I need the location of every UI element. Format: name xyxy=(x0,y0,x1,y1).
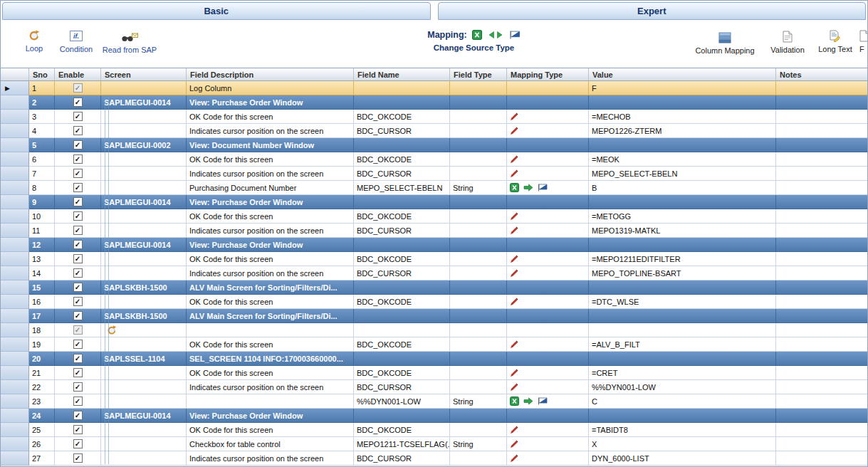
field-description-cell[interactable]: Log Column xyxy=(187,81,354,95)
field-name-cell[interactable] xyxy=(354,81,450,95)
mapping-type-cell[interactable] xyxy=(507,224,589,238)
field-type-cell[interactable] xyxy=(450,81,507,95)
row-selector[interactable] xyxy=(1,252,29,266)
mapping-type-cell[interactable] xyxy=(507,280,589,295)
column-header-enable[interactable]: Enable xyxy=(55,68,101,81)
enable-checkbox[interactable]: ✓ xyxy=(73,368,83,377)
sno-cell[interactable]: 4 xyxy=(29,124,55,138)
enable-checkbox[interactable]: ✓ xyxy=(73,83,83,93)
screen-cell[interactable] xyxy=(101,437,187,451)
field-type-cell[interactable] xyxy=(450,323,507,337)
field-name-cell[interactable] xyxy=(354,309,450,323)
mapping-type-cell[interactable] xyxy=(507,437,589,451)
sno-cell[interactable]: 14 xyxy=(29,266,55,280)
notes-cell[interactable] xyxy=(776,181,868,195)
field-description-cell[interactable]: Indicates cursor position on the screen xyxy=(187,266,354,280)
notes-cell[interactable] xyxy=(776,167,868,181)
field-name-cell[interactable] xyxy=(354,138,450,152)
field-name-cell[interactable]: MEPO1211-TCSELFLAG(... xyxy=(354,437,450,451)
mapping-type-cell[interactable] xyxy=(507,380,589,394)
row-selector[interactable] xyxy=(1,167,29,181)
row-selector[interactable] xyxy=(1,124,29,138)
field-name-cell[interactable]: MEPO_SELECT-EBELN xyxy=(354,181,450,195)
mapping-type-cell[interactable] xyxy=(507,152,589,167)
field-type-cell[interactable] xyxy=(450,451,507,466)
field-name-cell[interactable]: BDC_CURSOR xyxy=(354,266,450,280)
flag-icon[interactable] xyxy=(509,31,521,39)
field-name-cell[interactable]: BDC_OKCODE xyxy=(354,152,450,167)
field-description-cell[interactable]: View: Purchase Order Window xyxy=(187,238,354,252)
field-name-cell[interactable] xyxy=(354,95,450,110)
field-description-cell[interactable]: SEL_SCREEN 1104 INFO:170003660000... xyxy=(187,352,354,366)
sno-cell[interactable]: 8 xyxy=(29,181,55,195)
field-type-cell[interactable] xyxy=(450,337,507,352)
enable-checkbox[interactable]: ✓ xyxy=(73,126,83,135)
notes-cell[interactable] xyxy=(776,252,868,266)
row-selector[interactable] xyxy=(1,95,29,110)
notes-cell[interactable] xyxy=(776,380,868,394)
sno-cell[interactable]: 24 xyxy=(29,409,55,423)
enable-checkbox[interactable]: ✓ xyxy=(73,283,83,292)
value-cell[interactable]: =ALV_B_FILT xyxy=(589,337,776,352)
enable-checkbox[interactable]: ✓ xyxy=(73,425,83,434)
mapping-type-cell[interactable] xyxy=(507,124,589,138)
mapping-type-cell[interactable] xyxy=(507,295,589,309)
enable-checkbox[interactable]: ✓ xyxy=(73,382,83,392)
sno-cell[interactable]: 20 xyxy=(29,352,55,366)
field-type-cell[interactable] xyxy=(450,352,507,366)
field-name-cell[interactable]: BDC_OKCODE xyxy=(354,110,450,124)
mapping-type-cell[interactable] xyxy=(507,309,589,323)
sno-cell[interactable]: 3 xyxy=(29,110,55,124)
field-name-cell[interactable]: BDC_OKCODE xyxy=(354,209,450,224)
row-selector[interactable] xyxy=(1,409,29,423)
enable-checkbox[interactable]: ✓ xyxy=(73,254,83,263)
sno-cell[interactable]: 1 xyxy=(29,81,55,95)
row-selector[interactable] xyxy=(1,280,29,295)
notes-cell[interactable] xyxy=(776,423,868,437)
notes-cell[interactable] xyxy=(776,209,868,224)
enable-checkbox[interactable]: ✓ xyxy=(73,340,83,349)
field-description-cell[interactable]: OK Code for this screen xyxy=(187,110,354,124)
value-cell[interactable]: =MEPO1211EDITFILTER xyxy=(589,252,776,266)
field-type-cell[interactable] xyxy=(450,280,507,295)
grid-corner-header[interactable] xyxy=(1,68,29,81)
enable-checkbox[interactable]: ✓ xyxy=(73,112,83,121)
enable-checkbox[interactable]: ✓ xyxy=(73,98,83,107)
field-type-cell[interactable] xyxy=(450,252,507,266)
field-description-cell[interactable]: Purchasing Document Number xyxy=(187,181,354,195)
field-type-cell[interactable] xyxy=(450,138,507,152)
value-cell[interactable] xyxy=(589,309,776,323)
field-description-cell[interactable]: View: Purchase Order Window xyxy=(187,195,354,209)
sno-cell[interactable]: 22 xyxy=(29,380,55,394)
column-header-sno[interactable]: Sno xyxy=(29,68,55,81)
notes-cell[interactable] xyxy=(776,352,868,366)
value-cell[interactable]: =CRET xyxy=(589,366,776,380)
row-selector[interactable] xyxy=(1,138,29,152)
field-type-cell[interactable] xyxy=(450,167,507,181)
value-cell[interactable] xyxy=(589,195,776,209)
column-header-field-description[interactable]: Field Description xyxy=(187,68,354,81)
notes-cell[interactable] xyxy=(776,152,868,167)
value-cell[interactable] xyxy=(589,280,776,295)
field-name-cell[interactable]: BDC_CURSOR xyxy=(354,451,450,466)
clipped-toolbar-button[interactable]: F xyxy=(859,30,868,53)
mapping-type-cell[interactable] xyxy=(507,110,589,124)
mapping-type-cell[interactable] xyxy=(507,366,589,380)
notes-cell[interactable] xyxy=(776,337,868,352)
row-selector[interactable] xyxy=(1,295,29,309)
screen-cell[interactable]: SAPLMEGUI-0014 xyxy=(101,195,187,209)
value-cell[interactable] xyxy=(589,409,776,423)
transfer-arrows-icon[interactable] xyxy=(487,31,504,39)
value-cell[interactable]: =MEOK xyxy=(589,152,776,167)
notes-cell[interactable] xyxy=(776,280,868,295)
screen-cell[interactable] xyxy=(101,366,187,380)
notes-cell[interactable] xyxy=(776,266,868,280)
field-description-cell[interactable]: Indicates cursor position on the screen xyxy=(187,124,354,138)
screen-cell[interactable] xyxy=(101,423,187,437)
screen-cell[interactable] xyxy=(101,451,187,466)
sno-cell[interactable]: 5 xyxy=(29,138,55,152)
notes-cell[interactable] xyxy=(776,110,868,124)
value-cell[interactable]: =METOGG xyxy=(589,209,776,224)
sno-cell[interactable]: 11 xyxy=(29,224,55,238)
screen-cell[interactable]: SAPLSKBH-1500 xyxy=(101,309,187,323)
